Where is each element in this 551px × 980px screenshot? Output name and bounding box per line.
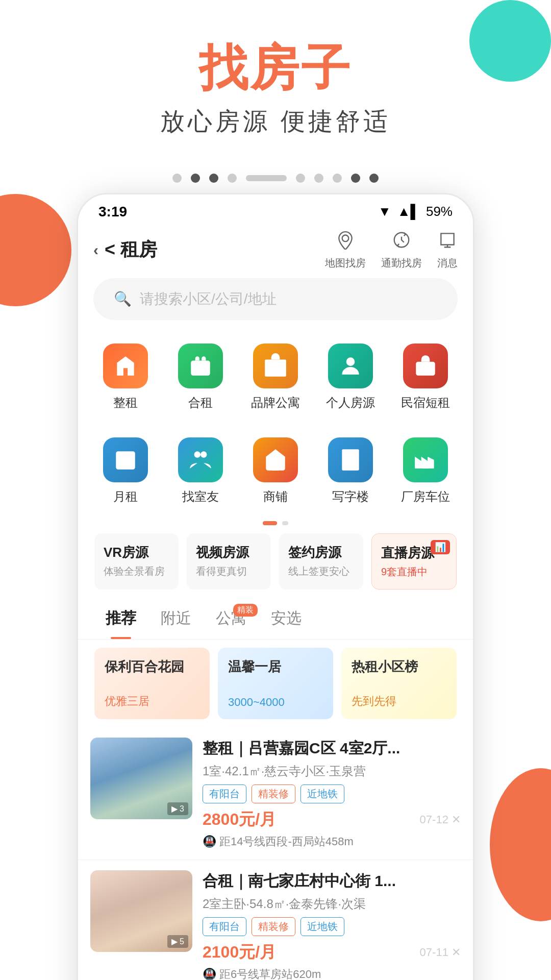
message-icon — [438, 230, 457, 254]
svg-point-0 — [342, 235, 349, 241]
svg-rect-13 — [422, 462, 429, 469]
listing-info-1: 整租｜吕营嘉园C区 4室2厅... 1室·42.1㎡·慈云寺小区·玉泉营 有阳台… — [203, 738, 461, 849]
svg-rect-4 — [272, 365, 279, 370]
banner-hot[interactable]: 热租小区榜 先到先得 — [341, 648, 457, 719]
page-title: < 租房 — [105, 237, 157, 262]
listing-item-1[interactable]: ▶ 3 整租｜吕营嘉园C区 4室2厅... 1室·42.1㎡·慈云寺小区·玉泉营… — [78, 727, 473, 860]
banner-hot-sub: 先到先得 — [352, 694, 446, 709]
page-dot-1 — [263, 521, 277, 525]
feature-video[interactable]: 视频房源 看得更真切 — [187, 533, 271, 590]
banner-warmth-sub: 3000~4000 — [228, 696, 323, 709]
category-minsu[interactable]: 民宿短租 — [388, 335, 463, 419]
personal-label: 个人房源 — [326, 395, 375, 411]
roommate-label: 找室友 — [182, 488, 219, 505]
svg-point-5 — [346, 357, 355, 366]
listing-1-date: 07-12 ✕ — [420, 813, 461, 826]
wifi-icon: ▼ — [378, 204, 391, 219]
indicator-dots — [77, 174, 474, 183]
listing-1-subway: 🚇 距14号线西段-西局站458m — [203, 834, 461, 849]
office-icon — [328, 437, 373, 482]
nav-bar: ‹ < 租房 地图找房 — [78, 225, 473, 278]
dot-2 — [191, 174, 200, 183]
listing-2-price: 2100元/月 — [203, 941, 276, 964]
subway-icon: 🚇 — [203, 835, 216, 848]
sign-sub: 线上签更安心 — [288, 565, 354, 578]
svg-point-11 — [201, 451, 207, 458]
nav-title[interactable]: ‹ < 租房 — [93, 237, 157, 262]
banner-poly[interactable]: 保利百合花园 优雅三居 — [94, 648, 210, 719]
yuzu-icon: 月 — [103, 437, 148, 482]
listing-info-2: 合租｜南七家庄村中心街 1... 2室主卧·54.8㎡·金泰先锋·次渠 有阳台 … — [203, 870, 461, 980]
dot-5 — [296, 174, 305, 183]
listing-2-desc: 2室主卧·54.8㎡·金泰先锋·次渠 — [203, 896, 461, 912]
dot-4 — [228, 174, 237, 183]
banner-warmth-title: 温馨一居 — [228, 658, 323, 676]
factory-icon — [403, 437, 448, 482]
feature-live[interactable]: 📊 直播房源 9套直播中 — [371, 533, 457, 590]
category-brand[interactable]: 品牌公寓 — [238, 335, 313, 419]
commute-icon — [392, 230, 411, 254]
tab-recommend[interactable]: 推荐 — [93, 600, 148, 639]
nav-map-icon[interactable]: 地图找房 — [325, 230, 366, 270]
brand-label: 品牌公寓 — [251, 395, 300, 411]
tab-nearby-label: 附近 — [161, 609, 191, 626]
factory-label: 厂房车位 — [401, 488, 450, 505]
search-icon: 🔍 — [114, 290, 132, 307]
category-office[interactable]: 写字楼 — [313, 429, 388, 513]
svg-text:月: 月 — [120, 457, 129, 467]
tabs-row: 推荐 附近 公寓 精装 安选 — [78, 600, 473, 640]
category-grid-row2: 月 月租 找室友 — [78, 424, 473, 518]
tab-select[interactable]: 安选 — [259, 600, 314, 639]
category-yuzu[interactable]: 月 月租 — [88, 429, 163, 513]
listing-2-title: 合租｜南七家庄村中心街 1... — [203, 870, 461, 892]
nav-right-icons: 地图找房 通勤找房 — [325, 230, 458, 270]
listing-photo-count: ▶ 3 — [167, 802, 188, 815]
roommate-icon — [178, 437, 223, 482]
page-dot-2 — [282, 521, 288, 525]
listing-1-desc: 1室·42.1㎡·慈云寺小区·玉泉营 — [203, 763, 461, 779]
minsu-label: 民宿短租 — [401, 395, 450, 411]
svg-point-10 — [194, 451, 201, 458]
banner-cards: 保利百合花园 优雅三居 温馨一居 3000~4000 热租小区榜 先到先得 — [78, 648, 473, 727]
tag-2-subway: 近地铁 — [300, 917, 344, 936]
category-factory[interactable]: 厂房车位 — [388, 429, 463, 513]
sign-title: 签约房源 — [288, 544, 354, 561]
yuzu-label: 月租 — [113, 488, 138, 505]
feature-cards: VR房源 体验全景看房 视频房源 看得更真切 签约房源 线上签更安心 📊 直播房… — [78, 533, 473, 600]
subway-icon-2: 🚇 — [203, 968, 216, 980]
status-icons: ▼ ▲▌ 59% — [378, 204, 453, 219]
bg-decoration-orange-right — [490, 768, 551, 921]
phone-frame: 3:19 ▼ ▲▌ 59% ‹ < 租房 — [77, 193, 474, 980]
banner-hot-title: 热租小区榜 — [352, 658, 446, 676]
back-button[interactable]: ‹ — [93, 241, 98, 259]
tab-nearby[interactable]: 附近 — [148, 600, 204, 639]
dot-6 — [314, 174, 323, 183]
search-bar[interactable]: 🔍 请搜索小区/公司/地址 — [93, 278, 458, 320]
hero-title: 找房子 — [0, 41, 551, 95]
video-title: 视频房源 — [196, 544, 262, 561]
banner-warmth[interactable]: 温馨一居 3000~4000 — [218, 648, 333, 719]
category-shangpu[interactable]: 商铺 — [238, 429, 313, 513]
listing-1-price-row: 2800元/月 07-12 ✕ — [203, 808, 461, 831]
listing-2-price-row: 2100元/月 07-11 ✕ — [203, 941, 461, 964]
banner-poly-sub: 优雅三居 — [105, 694, 199, 709]
dot-1 — [172, 174, 182, 183]
personal-icon — [328, 344, 373, 388]
listing-thumb-2: ▶ 5 — [90, 870, 192, 952]
listing-2-date: 07-11 ✕ — [420, 946, 461, 959]
tab-recommend-label: 推荐 — [106, 609, 136, 626]
category-roommate[interactable]: 找室友 — [163, 429, 238, 513]
nav-message-icon[interactable]: 消息 — [437, 230, 458, 270]
feature-sign[interactable]: 签约房源 线上签更安心 — [279, 533, 363, 590]
svg-rect-2 — [191, 360, 210, 375]
zhenzu-icon — [103, 344, 148, 388]
vr-sub: 体验全景看房 — [104, 565, 169, 578]
tag-2-decorated: 精装修 — [252, 917, 295, 936]
category-hzu[interactable]: 合租 — [163, 335, 238, 419]
tab-apartment[interactable]: 公寓 精装 — [204, 600, 259, 639]
nav-commute-icon[interactable]: 通勤找房 — [381, 230, 422, 270]
category-zhenzu[interactable]: 整租 — [88, 335, 163, 419]
listing-item-2[interactable]: ▶ 5 合租｜南七家庄村中心街 1... 2室主卧·54.8㎡·金泰先锋·次渠 … — [78, 860, 473, 980]
category-personal[interactable]: 个人房源 — [313, 335, 388, 419]
feature-vr[interactable]: VR房源 体验全景看房 — [94, 533, 179, 590]
